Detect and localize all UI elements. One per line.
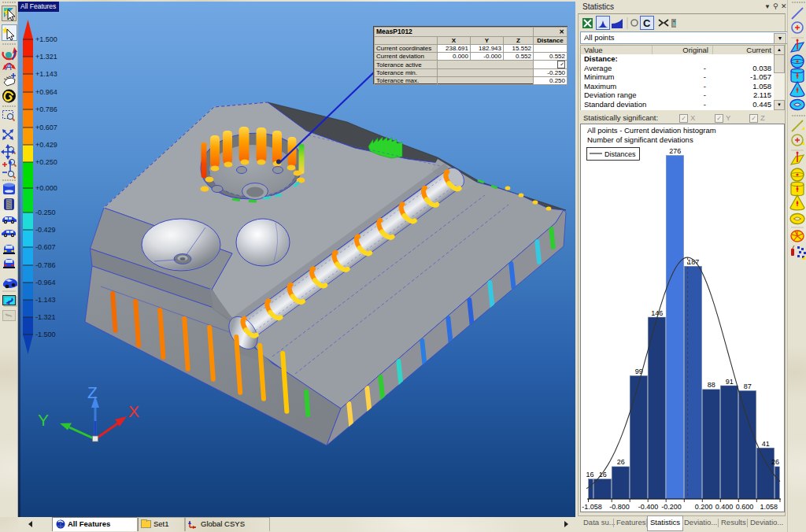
svg-text:-0.607: -0.607: [35, 243, 56, 251]
svg-text:-1.321: -1.321: [35, 313, 56, 321]
svg-text:-1.058: -1.058: [582, 503, 602, 511]
svg-text:+0.250: +0.250: [35, 158, 57, 166]
svg-text:+0.964: +0.964: [35, 88, 57, 96]
svg-text:0.600: 0.600: [736, 503, 754, 511]
svg-text:276: 276: [669, 147, 681, 155]
svg-text:A: A: [5, 61, 12, 72]
svg-text:-0.400: -0.400: [638, 503, 659, 511]
svg-text:26: 26: [771, 458, 779, 466]
svg-text:+0.786: +0.786: [35, 105, 57, 113]
svg-text:88: 88: [708, 381, 715, 389]
svg-text:26: 26: [617, 458, 625, 466]
svg-text:+1.143: +1.143: [35, 70, 57, 78]
svg-text:0.400: 0.400: [715, 503, 734, 511]
svg-text:Number of significant deviatio: Number of significant deviations: [587, 135, 693, 144]
svg-text:-0.964: -0.964: [35, 279, 56, 286]
svg-text:-0.250: -0.250: [35, 209, 56, 216]
svg-text:All points - Current deviation: All points - Current deviation histogram: [587, 126, 716, 135]
svg-text:91: 91: [726, 378, 734, 386]
svg-text:87: 87: [744, 382, 752, 390]
svg-text:16: 16: [586, 471, 593, 478]
svg-text:C: C: [643, 17, 651, 29]
svg-text:-0.800: -0.800: [609, 503, 630, 511]
svg-text:0.200: 0.200: [695, 503, 713, 511]
svg-text:Distances: Distances: [604, 150, 636, 158]
svg-text:Z: Z: [87, 383, 98, 401]
svg-text:-1.500: -1.500: [35, 331, 56, 338]
svg-text:-0.200: -0.200: [661, 503, 682, 511]
svg-text:-0.786: -0.786: [35, 261, 56, 269]
svg-text:-0.429: -0.429: [35, 226, 56, 234]
svg-text:16: 16: [599, 471, 607, 478]
svg-text:+1.321: +1.321: [35, 53, 57, 61]
svg-text:Y: Y: [38, 411, 49, 429]
svg-text:-1.143: -1.143: [35, 296, 56, 304]
svg-text:+0.429: +0.429: [35, 141, 57, 149]
svg-text:+0.607: +0.607: [35, 124, 57, 131]
svg-text:+1.500: +1.500: [35, 35, 57, 43]
svg-text:+0.000: +0.000: [35, 184, 57, 192]
svg-text:X: X: [128, 402, 139, 420]
svg-text:41: 41: [762, 440, 770, 448]
svg-text:1.058: 1.058: [760, 503, 778, 511]
svg-text:146: 146: [651, 309, 663, 317]
